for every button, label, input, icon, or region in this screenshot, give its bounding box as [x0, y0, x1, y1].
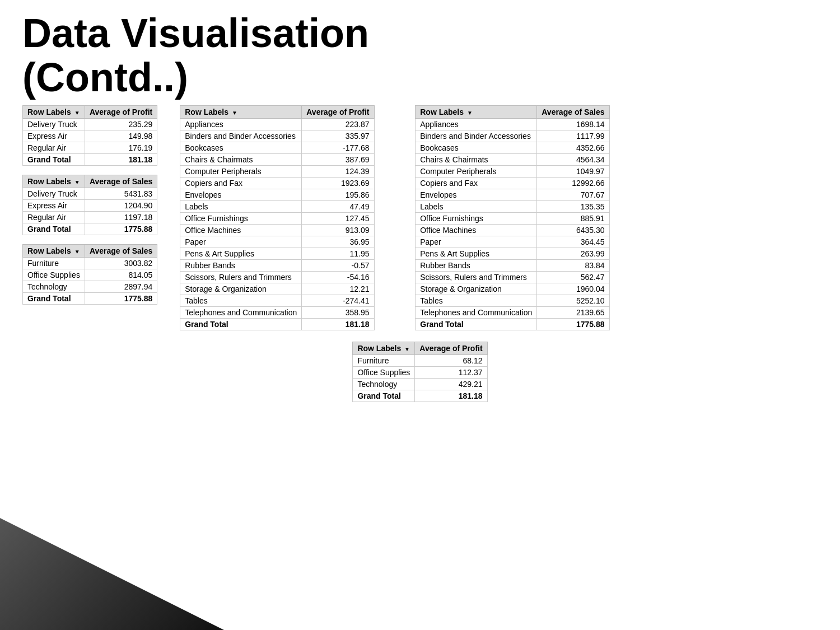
grand-total-row: Grand Total181.18 — [353, 390, 487, 402]
row-label: Office Machines — [416, 225, 537, 236]
table-row: Paper36.95 — [180, 236, 374, 248]
row-label: Computer Peripherals — [180, 166, 302, 178]
grand-total-value: 181.18 — [302, 319, 374, 330]
table-row: Binders and Binder Accessories335.97 — [180, 130, 374, 142]
row-label: Chairs & Chairmats — [416, 154, 537, 166]
row-value: 176.19 — [85, 142, 157, 154]
row-label: Chairs & Chairmats — [180, 154, 302, 166]
row-value: 124.39 — [302, 166, 374, 178]
grand-total-row: Grand Total181.18 — [23, 154, 157, 166]
table-row: Computer Peripherals124.39 — [180, 166, 374, 178]
row-value: 1197.18 — [85, 212, 157, 223]
row-label: Labels — [416, 201, 537, 213]
table-row: Express Air149.98 — [23, 130, 157, 142]
row-value: 195.86 — [302, 189, 374, 201]
filter-icon-2[interactable]: ▼ — [74, 179, 80, 185]
col-header-avg-sales-5: Average of Sales — [537, 106, 609, 119]
table-row: Furniture3003.82 — [23, 258, 157, 269]
row-value: 364.45 — [537, 236, 609, 248]
col-header-row-labels-4[interactable]: Row Labels ▼ — [180, 106, 302, 119]
grand-total-label: Grand Total — [353, 390, 415, 402]
table-row: Storage & Organization1960.04 — [416, 283, 609, 295]
row-value: 2897.94 — [85, 281, 157, 293]
col-header-avg-sales-3: Average of Sales — [85, 245, 157, 258]
table-cat-sales: Row Labels ▼ Average of Sales Furniture3… — [22, 244, 157, 305]
row-label: Office Machines — [180, 225, 302, 236]
row-value: -54.16 — [302, 272, 374, 283]
grand-total-value: 1775.88 — [85, 293, 157, 305]
table-subcat-sales: Row Labels ▼ Average of Sales Appliances… — [415, 105, 609, 330]
col-header-row-labels[interactable]: Row Labels ▼ — [23, 106, 85, 119]
row-value: 2139.65 — [537, 307, 609, 319]
filter-icon-3[interactable]: ▼ — [74, 249, 80, 255]
filter-icon[interactable]: ▼ — [74, 110, 80, 116]
table-row: Office Machines6435.30 — [416, 225, 609, 236]
grand-total-value: 181.18 — [415, 390, 487, 402]
filter-icon-6[interactable]: ▼ — [404, 346, 410, 352]
row-label: Technology — [353, 379, 415, 390]
row-value: 562.47 — [537, 272, 609, 283]
row-value: 1960.04 — [537, 283, 609, 295]
table-row: Storage & Organization12.21 — [180, 283, 374, 295]
row-value: -0.57 — [302, 260, 374, 272]
table-row: Appliances223.87 — [180, 119, 374, 130]
decoration-triangle-front — [0, 518, 224, 630]
row-label: Paper — [180, 236, 302, 248]
row-value: 127.45 — [302, 213, 374, 225]
row-label: Binders and Binder Accessories — [416, 130, 537, 142]
row-value: 1049.97 — [537, 166, 609, 178]
col-header-row-labels-5[interactable]: Row Labels ▼ — [416, 106, 537, 119]
col-header-avg-profit: Average of Profit — [85, 106, 157, 119]
row-value: 335.97 — [302, 130, 374, 142]
row-label: Pens & Art Supplies — [416, 248, 537, 260]
table-row: Office Supplies814.05 — [23, 269, 157, 281]
row-label: Binders and Binder Accessories — [180, 130, 302, 142]
row-label: Office Supplies — [353, 367, 415, 379]
table-cat-profit: Row Labels ▼ Average of Profit Furniture… — [352, 342, 487, 402]
table-row: Computer Peripherals1049.97 — [416, 166, 609, 178]
table-row: Furniture68.12 — [353, 355, 487, 367]
table-row: Technology2897.94 — [23, 281, 157, 293]
row-value: 235.29 — [85, 119, 157, 130]
row-label: Copiers and Fax — [180, 178, 302, 189]
col-header-row-labels-2[interactable]: Row Labels ▼ — [23, 175, 85, 188]
grand-total-value: 1775.88 — [85, 223, 157, 235]
filter-icon-4[interactable]: ▼ — [232, 110, 237, 116]
col-header-row-labels-3[interactable]: Row Labels ▼ — [23, 245, 85, 258]
row-value: 135.35 — [537, 201, 609, 213]
row-label: Scissors, Rulers and Trimmers — [416, 272, 537, 283]
row-label: Rubber Bands — [180, 260, 302, 272]
col-header-row-labels-6[interactable]: Row Labels ▼ — [353, 342, 415, 355]
row-label: Regular Air — [23, 142, 85, 154]
bottom-section: Row Labels ▼ Average of Profit Furniture… — [0, 330, 840, 402]
table-row: Delivery Truck5431.83 — [23, 188, 157, 200]
row-value: 5431.83 — [85, 188, 157, 200]
row-value: 47.49 — [302, 201, 374, 213]
filter-icon-5[interactable]: ▼ — [467, 110, 473, 116]
row-value: 387.69 — [302, 154, 374, 166]
middle-column: Row Labels ▼ Average of Profit Appliance… — [180, 105, 393, 330]
table-row: Office Furnishings885.91 — [416, 213, 609, 225]
grand-total-label: Grand Total — [180, 319, 302, 330]
table-row: Paper364.45 — [416, 236, 609, 248]
row-label: Appliances — [416, 119, 537, 130]
grand-total-label: Grand Total — [23, 154, 85, 166]
row-label: Telephones and Communication — [180, 307, 302, 319]
table-subcat-profit: Row Labels ▼ Average of Profit Appliance… — [180, 105, 374, 330]
col-header-avg-sales-2: Average of Sales — [85, 175, 157, 188]
table-row: Bookcases4352.66 — [416, 142, 609, 154]
row-value: 707.67 — [537, 189, 609, 201]
grand-total-label: Grand Total — [23, 293, 85, 305]
table-row: Express Air1204.90 — [23, 200, 157, 212]
table-row: Delivery Truck235.29 — [23, 119, 157, 130]
row-label: Tables — [416, 295, 537, 307]
row-value: 12992.66 — [537, 178, 609, 189]
row-label: Office Supplies — [23, 269, 85, 281]
row-label: Copiers and Fax — [416, 178, 537, 189]
row-label: Delivery Truck — [23, 119, 85, 130]
row-value: 112.37 — [415, 367, 487, 379]
table-row: Office Furnishings127.45 — [180, 213, 374, 225]
row-label: Furniture — [353, 355, 415, 367]
row-label: Rubber Bands — [416, 260, 537, 272]
row-value: 1117.99 — [537, 130, 609, 142]
